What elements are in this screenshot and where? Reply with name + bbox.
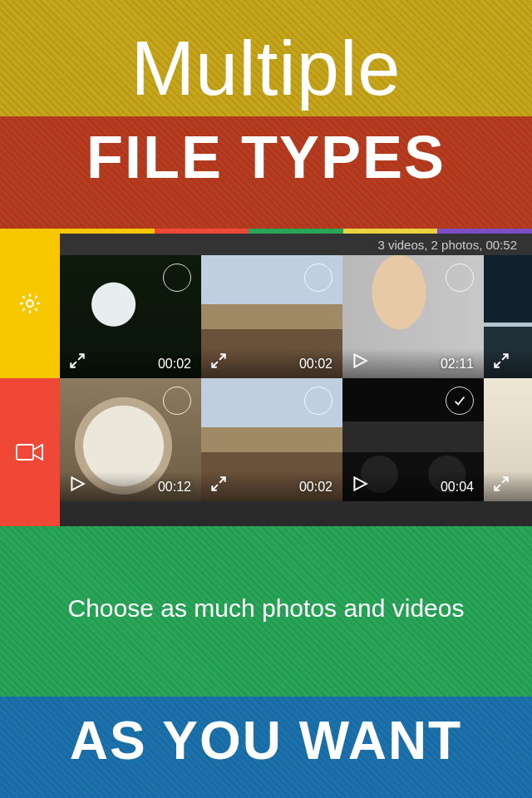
media-tile[interactable]: 00:12 bbox=[60, 378, 201, 501]
play-icon bbox=[351, 475, 369, 493]
media-gallery: 3 videos, 2 photos, 00:52 00:02 00:02 02… bbox=[60, 229, 532, 526]
svg-rect-1 bbox=[17, 445, 33, 460]
duration: 00:02 bbox=[299, 357, 332, 372]
select-circle[interactable] bbox=[304, 387, 332, 415]
select-circle[interactable] bbox=[304, 264, 332, 292]
duration: 00:04 bbox=[441, 480, 474, 495]
select-circle[interactable] bbox=[446, 264, 474, 292]
expand-icon bbox=[492, 475, 510, 493]
duration: 00:12 bbox=[158, 480, 191, 495]
expand-icon bbox=[492, 352, 510, 370]
media-tile[interactable]: 00:04 bbox=[342, 378, 484, 501]
gear-icon bbox=[17, 291, 42, 316]
duration: 00:02 bbox=[158, 357, 191, 372]
media-tile[interactable]: 02:11 bbox=[342, 255, 484, 378]
record-button[interactable] bbox=[0, 378, 60, 526]
select-circle[interactable] bbox=[163, 387, 191, 415]
duration: 00:02 bbox=[299, 480, 332, 495]
expand-icon bbox=[209, 352, 228, 370]
media-tile[interactable]: 00:02 bbox=[60, 255, 201, 378]
settings-button[interactable] bbox=[0, 229, 60, 378]
selection-summary: 3 videos, 2 photos, 00:52 bbox=[60, 234, 532, 255]
select-circle-checked[interactable] bbox=[446, 387, 474, 415]
bottomline: AS YOU WANT bbox=[0, 710, 532, 771]
expand-icon bbox=[209, 475, 228, 493]
gallery-row: 00:12 00:02 00:04 bbox=[60, 378, 532, 501]
subline: Choose as much photos and videos bbox=[0, 594, 532, 623]
media-tile[interactable] bbox=[484, 255, 532, 378]
media-tile[interactable]: 00:02 bbox=[201, 255, 342, 378]
select-circle[interactable] bbox=[163, 264, 191, 292]
expand-icon bbox=[68, 352, 86, 370]
play-icon bbox=[68, 475, 86, 493]
play-icon bbox=[351, 352, 369, 370]
duration: 02:11 bbox=[441, 357, 474, 372]
media-tile[interactable]: 00:02 bbox=[201, 378, 342, 501]
headline-line1: Multiple bbox=[0, 25, 532, 112]
media-tile[interactable] bbox=[484, 378, 532, 501]
headline-line2: FILE TYPES bbox=[0, 123, 532, 191]
gallery-row: 00:02 00:02 02:11 bbox=[60, 255, 532, 378]
video-camera-icon bbox=[16, 441, 44, 463]
svg-point-0 bbox=[27, 300, 33, 307]
